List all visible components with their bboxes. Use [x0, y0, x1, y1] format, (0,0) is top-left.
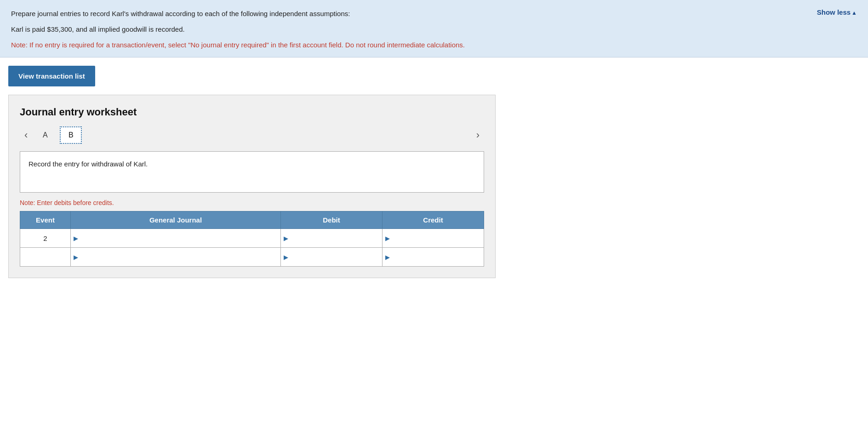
credit-arrow-icon-2: ▶ — [383, 254, 393, 261]
debit-cell-2[interactable]: ▶ — [281, 248, 383, 267]
chevron-up-icon: ▲ — [851, 10, 857, 16]
tab-b[interactable]: B — [60, 126, 82, 144]
main-instruction: Prepare journal entries to record Karl's… — [11, 8, 857, 19]
show-less-label: Show less — [817, 8, 851, 16]
credit-cell-1[interactable]: ▶ — [383, 229, 484, 248]
description-text: Record the entry for withdrawal of Karl. — [29, 160, 148, 168]
note-instruction: Note: If no entry is required for a tran… — [11, 40, 857, 51]
view-transaction-list-button[interactable]: View transaction list — [8, 66, 95, 86]
table-row: ▶ ▶ ▶ — [20, 248, 484, 267]
col-header-event: Event — [20, 211, 71, 229]
col-header-credit: Credit — [383, 211, 484, 229]
col-header-debit: Debit — [281, 211, 383, 229]
col-header-general-journal: General Journal — [71, 211, 281, 229]
description-box: Record the entry for withdrawal of Karl. — [20, 151, 484, 193]
debits-note: Note: Enter debits before credits. — [20, 199, 484, 206]
debit-input-1[interactable] — [291, 229, 382, 247]
debit-input-2[interactable] — [291, 248, 382, 266]
event-value-1: 2 — [43, 234, 47, 242]
journal-table: Event General Journal Debit Credit 2 ▶ — [20, 211, 484, 267]
credit-input-2[interactable] — [393, 248, 484, 266]
debit-cell-1[interactable]: ▶ — [281, 229, 383, 248]
tabs-row: ‹ A B › — [20, 126, 484, 144]
general-journal-cell-1[interactable]: ▶ — [71, 229, 281, 248]
event-cell-2 — [20, 248, 71, 267]
tab-nav-left-button[interactable]: ‹ — [20, 130, 32, 140]
tab-a[interactable]: A — [34, 126, 56, 144]
table-row: 2 ▶ ▶ ▶ — [20, 229, 484, 248]
tab-a-label: A — [43, 131, 48, 139]
event-cell-1: 2 — [20, 229, 71, 248]
journal-entry-worksheet: Journal entry worksheet ‹ A B › Record t… — [8, 95, 496, 278]
show-less-button[interactable]: Show less▲ — [817, 8, 857, 16]
worksheet-title: Journal entry worksheet — [20, 106, 484, 118]
instruction-area: Prepare journal entries to record Karl's… — [0, 0, 868, 57]
general-journal-cell-2[interactable]: ▶ — [71, 248, 281, 267]
general-journal-input-1[interactable] — [81, 229, 280, 247]
tab-nav-right-button[interactable]: › — [472, 130, 484, 140]
tab-b-label: B — [69, 131, 74, 139]
gj-arrow-icon-2: ▶ — [71, 254, 81, 261]
general-journal-input-2[interactable] — [81, 248, 280, 266]
gj-arrow-icon-1: ▶ — [71, 235, 81, 242]
debit-arrow-icon-1: ▶ — [281, 235, 291, 242]
credit-arrow-icon-1: ▶ — [383, 235, 393, 242]
debit-arrow-icon-2: ▶ — [281, 254, 291, 261]
detail-instruction: Karl is paid $35,300, and all implied go… — [11, 24, 857, 35]
credit-input-1[interactable] — [393, 229, 484, 247]
credit-cell-2[interactable]: ▶ — [383, 248, 484, 267]
